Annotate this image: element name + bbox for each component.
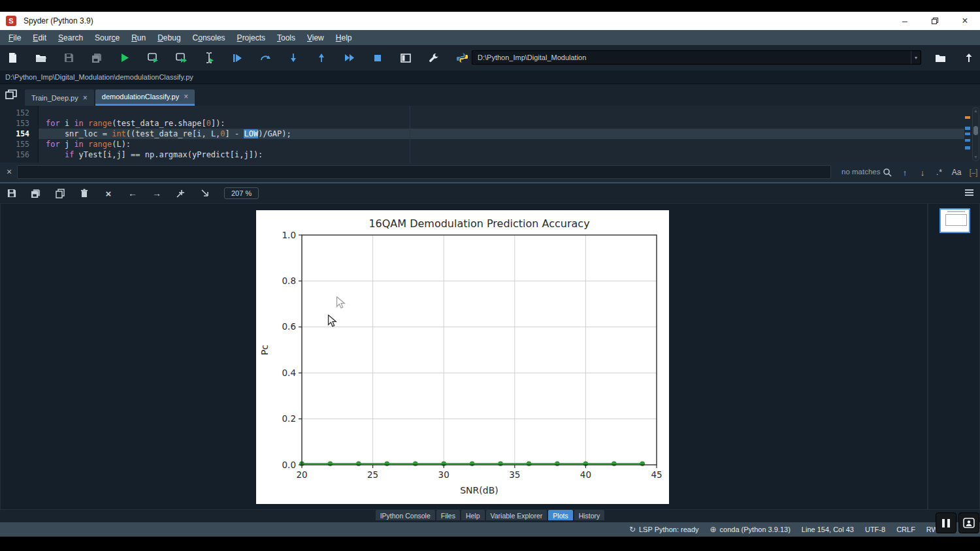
- scroll-down-icon[interactable]: ▼: [973, 155, 979, 160]
- editor-tabs: Train_Deep.py×demodulationClassify.py×: [25, 89, 195, 106]
- recorder-overlay: [936, 512, 979, 533]
- next-plot-icon[interactable]: →: [152, 188, 162, 198]
- find-next-icon[interactable]: ↓: [916, 166, 929, 179]
- menu-search[interactable]: Search: [52, 32, 89, 44]
- save-plot-icon[interactable]: [7, 188, 17, 198]
- working-directory-input[interactable]: [472, 54, 911, 61]
- debug-continue-icon[interactable]: [344, 52, 355, 64]
- lsp-refresh-icon: ↻: [629, 525, 636, 534]
- parent-directory-icon[interactable]: [963, 52, 975, 64]
- interpreter-status[interactable]: ⊕ conda (Python 3.9.13): [710, 525, 791, 534]
- python-logo-icon[interactable]: [456, 52, 468, 64]
- panel-tab-help[interactable]: Help: [461, 510, 485, 520]
- line-number: 154: [16, 129, 29, 139]
- copy-plot-icon[interactable]: [55, 188, 65, 198]
- editor-tab-train_deep-py[interactable]: Train_Deep.py×: [25, 89, 94, 106]
- code-line-154: snr_loc = int((test_data_re[i, L,0] - LO…: [46, 129, 291, 139]
- save-all-plots-icon[interactable]: [31, 188, 41, 198]
- plots-pane: 2025303540450.00.20.40.60.81.016QAM Demo…: [0, 203, 980, 510]
- occurrence-marker: [965, 146, 970, 150]
- svg-text:16QAM Demodulation Prediction: 16QAM Demodulation Prediction Accuracy: [368, 217, 589, 230]
- restore-icon[interactable]: [920, 12, 950, 30]
- menu-view[interactable]: View: [301, 32, 330, 44]
- svg-text:30: 30: [438, 469, 449, 480]
- svg-text:SNR(dB): SNR(dB): [460, 485, 498, 496]
- maximize-pane-icon[interactable]: [400, 52, 412, 64]
- close-icon[interactable]: ×: [950, 12, 980, 30]
- find-close-icon[interactable]: ×: [4, 166, 14, 177]
- debug-step-into-icon[interactable]: [287, 52, 299, 64]
- panel-tab-variable-explorer[interactable]: Variable Explorer: [486, 510, 547, 520]
- panel-tab-plots[interactable]: Plots: [548, 510, 572, 520]
- debug-file-icon[interactable]: [231, 52, 243, 64]
- find-bar: × no matches ↑ ↓ .* Aa [–]: [0, 163, 980, 183]
- run-selection-icon[interactable]: [203, 52, 215, 64]
- chevron-down-icon[interactable]: ▾: [911, 51, 921, 64]
- search-status: no matches: [841, 168, 880, 176]
- code-editor[interactable]: 152153154155156 for i in range(test_data…: [0, 106, 980, 163]
- browse-directory-icon[interactable]: [934, 52, 946, 64]
- debug-step-over-icon[interactable]: [259, 52, 271, 64]
- svg-text:0.8: 0.8: [282, 276, 296, 286]
- menu-run[interactable]: Run: [125, 32, 152, 44]
- bottom-letterbox: [0, 537, 980, 551]
- run-cell-advance-icon[interactable]: [175, 52, 187, 64]
- eol-status: CRLF: [896, 526, 915, 533]
- options-menu-icon[interactable]: [965, 189, 973, 197]
- previous-plot-icon[interactable]: ←: [127, 188, 138, 198]
- thumbnail-axes: [945, 214, 967, 226]
- menu-debug[interactable]: Debug: [152, 32, 186, 44]
- search-icon[interactable]: [881, 166, 894, 179]
- menu-edit[interactable]: Edit: [27, 32, 52, 44]
- window-title: Spyder (Python 3.9): [24, 16, 93, 25]
- menu-help[interactable]: Help: [330, 32, 358, 44]
- whole-word-toggle-icon[interactable]: [–]: [967, 166, 980, 179]
- menu-source[interactable]: Source: [89, 32, 125, 44]
- remove-all-plots-icon[interactable]: ×: [103, 188, 114, 198]
- search-input[interactable]: [17, 165, 831, 179]
- preferences-wrench-icon[interactable]: [428, 52, 440, 64]
- line-number: 155: [16, 139, 29, 150]
- debug-step-out-icon[interactable]: [316, 52, 327, 64]
- save-icon[interactable]: [63, 52, 74, 64]
- svg-text:25: 25: [367, 469, 378, 480]
- run-cell-icon[interactable]: [147, 52, 159, 64]
- minimize-icon[interactable]: –: [890, 12, 920, 30]
- menu-tools[interactable]: Tools: [271, 32, 301, 44]
- stop-icon[interactable]: [372, 52, 384, 64]
- panel-tab-history[interactable]: History: [574, 510, 605, 520]
- remove-plot-icon[interactable]: [79, 188, 90, 198]
- occurrence-marker: [965, 133, 970, 135]
- pause-button[interactable]: [936, 512, 956, 533]
- menu-consoles[interactable]: Consoles: [187, 32, 231, 44]
- working-directory-combo[interactable]: ▾: [472, 50, 921, 65]
- regex-toggle-icon[interactable]: .*: [933, 166, 946, 179]
- zoom-out-icon[interactable]: [200, 188, 210, 198]
- browse-tabs-icon[interactable]: [5, 89, 17, 100]
- editor-tab-demodulationclassify-py[interactable]: demodulationClassify.py×: [95, 89, 195, 106]
- tab-close-icon[interactable]: ×: [83, 93, 88, 102]
- tab-close-icon[interactable]: ×: [184, 92, 188, 101]
- plots-toolbar: × ← → 207 %: [0, 183, 980, 203]
- person-icon: [963, 518, 975, 528]
- svg-text:45: 45: [651, 469, 662, 480]
- svg-text:Pc: Pc: [259, 345, 270, 355]
- panel-tab-files[interactable]: Files: [436, 510, 460, 520]
- find-previous-icon[interactable]: ↑: [898, 166, 911, 179]
- zoom-in-icon[interactable]: [176, 188, 186, 198]
- window-controls: – ×: [890, 12, 980, 30]
- run-icon[interactable]: [119, 52, 131, 64]
- editor-scrollbar[interactable]: ▲ ▼: [972, 107, 979, 161]
- save-all-icon[interactable]: [91, 52, 103, 64]
- plot-thumbnail[interactable]: [939, 208, 970, 233]
- menu-projects[interactable]: Projects: [231, 32, 271, 44]
- webcam-button[interactable]: [958, 512, 979, 533]
- scroll-up-icon[interactable]: ▲: [973, 108, 979, 114]
- case-sensitive-toggle[interactable]: Aa: [950, 166, 963, 179]
- new-file-icon[interactable]: [7, 52, 18, 64]
- menu-file[interactable]: File: [3, 32, 27, 44]
- scrollbar-thumb[interactable]: [973, 126, 978, 135]
- open-file-icon[interactable]: [35, 52, 46, 64]
- pane-divider: [927, 204, 928, 511]
- panel-tab-ipython-console[interactable]: IPython Console: [376, 510, 435, 520]
